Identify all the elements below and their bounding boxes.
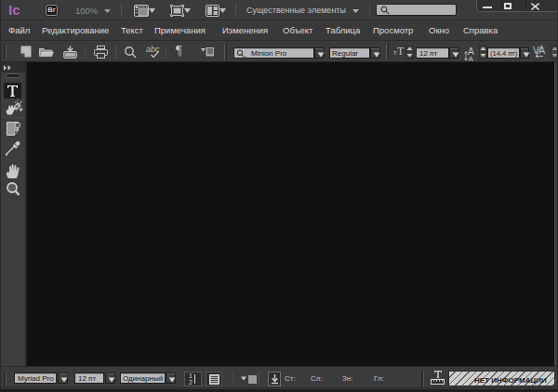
svg-text:A: A (539, 46, 546, 56)
svg-text:A: A (469, 55, 474, 62)
